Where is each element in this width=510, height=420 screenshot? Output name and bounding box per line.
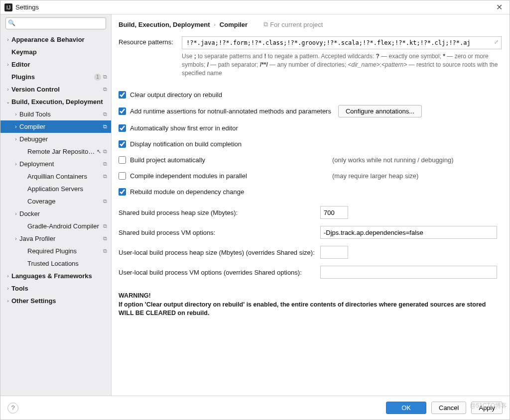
- chevron-icon: ⌄: [4, 99, 11, 105]
- auto-build-label: Build project automatically: [130, 156, 205, 164]
- sidebar-item-required-plugins[interactable]: Required Plugins⧉: [0, 245, 111, 257]
- sidebar-item-java-profiler[interactable]: ›Java Profiler⧉: [0, 232, 111, 245]
- sidebar-item-label: Build, Execution, Deployment: [11, 98, 107, 105]
- sidebar-item-label: Editor: [11, 61, 107, 68]
- copy-icon: ⧉: [103, 223, 107, 229]
- chevron-icon: ›: [12, 236, 19, 241]
- sidebar-item-label: Languages & Frameworks: [11, 272, 107, 280]
- build-notification-checkbox[interactable]: [119, 140, 126, 148]
- chevron-icon: ›: [12, 211, 19, 216]
- sidebar-item-label: Other Settings: [11, 297, 107, 305]
- parallel-compile-checkbox[interactable]: [119, 172, 126, 180]
- ok-button[interactable]: OK: [386, 402, 426, 414]
- clear-output-checkbox[interactable]: [119, 91, 126, 99]
- first-error-label: Automatically show first error in editor: [130, 124, 238, 132]
- auto-build-note: (only works while not running / debuggin…: [332, 156, 454, 164]
- sidebar-item-remote-jar-repositories[interactable]: Remote Jar Repositories↖⧉: [0, 145, 111, 158]
- sidebar-item-docker[interactable]: ›Docker: [0, 208, 111, 220]
- footer: ? OK Cancel Apply: [0, 396, 510, 420]
- copy-icon: ⧉: [103, 123, 107, 130]
- chevron-icon: ›: [4, 87, 11, 92]
- auto-build-checkbox[interactable]: [119, 156, 126, 164]
- sidebar-item-other-settings[interactable]: ›Other Settings: [0, 295, 111, 307]
- chevron-right-icon: ›: [214, 22, 215, 27]
- chevron-icon: ›: [4, 62, 11, 67]
- configure-annotations-button[interactable]: Configure annotations...: [338, 105, 422, 117]
- runtime-assertions-checkbox[interactable]: [119, 107, 126, 115]
- parallel-compile-note: (may require larger heap size): [332, 172, 418, 180]
- sidebar-item-debugger[interactable]: ›Debugger: [0, 133, 111, 145]
- sidebar-item-label: Gradle-Android Compiler: [27, 222, 101, 230]
- copy-icon: ⧉: [103, 235, 107, 242]
- sidebar-item-appearance-behavior[interactable]: ›Appearance & Behavior: [0, 33, 111, 46]
- user-vm-input[interactable]: [320, 266, 497, 279]
- shared-vm-input[interactable]: [320, 226, 497, 239]
- chevron-icon: ›: [4, 37, 11, 42]
- warning-title: WARNING!: [119, 292, 502, 301]
- search-input[interactable]: [5, 17, 106, 29]
- scope-label: ⧉ For current project: [263, 20, 323, 28]
- cursor-icon: ↖: [97, 148, 101, 155]
- sidebar-item-label: Required Plugins: [27, 247, 101, 255]
- rebuild-dependency-label: Rebuild module on dependency change: [130, 188, 244, 196]
- sidebar-item-compiler[interactable]: ›Compiler⧉: [0, 120, 111, 133]
- sidebar-item-label: Trusted Locations: [27, 260, 107, 267]
- help-icon[interactable]: ?: [7, 403, 18, 414]
- search-box: 🔍: [5, 17, 106, 29]
- chevron-icon: ›: [4, 273, 11, 279]
- apply-button[interactable]: Apply: [471, 402, 503, 414]
- sidebar-item-label: Remote Jar Repositories: [27, 148, 97, 155]
- parallel-compile-label: Compile independent modules in parallel: [130, 172, 247, 180]
- sidebar-item-arquillian-containers[interactable]: Arquillian Containers⧉: [0, 170, 111, 183]
- sidebar-item-label: Build Tools: [19, 110, 101, 118]
- copy-icon: ⧉: [103, 148, 107, 155]
- content-panel: Build, Execution, Deployment › Compiler …: [112, 14, 510, 396]
- sidebar-item-label: Application Servers: [27, 185, 107, 193]
- shared-heap-input[interactable]: [320, 206, 348, 219]
- sidebar-item-languages-frameworks[interactable]: ›Languages & Frameworks: [0, 270, 111, 282]
- sidebar-item-gradle-android-compiler[interactable]: Gradle-Android Compiler⧉: [0, 220, 111, 232]
- chevron-icon: ›: [12, 111, 19, 117]
- expand-icon[interactable]: ⤢: [494, 39, 499, 45]
- warning-body: If option 'Clear output directory on reb…: [119, 301, 502, 318]
- badge: 1: [94, 74, 101, 81]
- sidebar-item-label: Coverage: [27, 198, 101, 205]
- sidebar-item-label: Java Profiler: [19, 235, 101, 242]
- breadcrumb-seg-1[interactable]: Build, Execution, Deployment: [119, 21, 210, 28]
- user-heap-label: User-local build process heap size (Mbyt…: [119, 249, 320, 256]
- copy-icon: ⧉: [103, 248, 107, 254]
- resource-patterns-hint: Use ; to separate patterns and ! to nega…: [182, 52, 502, 77]
- breadcrumb-seg-2: Compiler: [220, 21, 248, 28]
- sidebar-item-keymap[interactable]: Keymap: [0, 46, 111, 58]
- sidebar-item-label: Plugins: [11, 73, 92, 81]
- sidebar-item-build-execution-deployment[interactable]: ⌄Build, Execution, Deployment: [0, 96, 111, 108]
- sidebar-item-label: Compiler: [19, 123, 101, 130]
- copy-icon: ⧉: [103, 173, 107, 180]
- copy-icon: ⧉: [103, 198, 107, 205]
- build-notification-label: Display notification on build completion: [130, 140, 242, 148]
- resource-patterns-input[interactable]: [182, 36, 502, 49]
- copy-icon: ⧉: [103, 161, 107, 167]
- sidebar-item-plugins[interactable]: Plugins1⧉: [0, 71, 111, 83]
- sidebar-item-trusted-locations[interactable]: Trusted Locations: [0, 257, 111, 270]
- user-heap-input[interactable]: [320, 246, 348, 259]
- close-icon[interactable]: ✕: [493, 2, 506, 12]
- sidebar-item-application-servers[interactable]: Application Servers: [0, 183, 111, 195]
- shared-heap-label: Shared build process heap size (Mbytes):: [119, 209, 320, 216]
- sidebar-item-tools[interactable]: ›Tools: [0, 282, 111, 295]
- sidebar-item-label: Docker: [19, 210, 107, 217]
- sidebar-item-build-tools[interactable]: ›Build Tools⧉: [0, 108, 111, 120]
- sidebar-item-label: Deployment: [19, 160, 101, 168]
- cancel-button[interactable]: Cancel: [431, 402, 466, 414]
- breadcrumb: Build, Execution, Deployment › Compiler …: [119, 20, 502, 28]
- rebuild-dependency-checkbox[interactable]: [119, 188, 126, 196]
- sidebar-item-deployment[interactable]: ›Deployment⧉: [0, 158, 111, 170]
- sidebar-item-version-control[interactable]: ›Version Control⧉: [0, 83, 111, 96]
- chevron-icon: ›: [4, 298, 11, 304]
- sidebar-item-label: Debugger: [19, 135, 107, 143]
- sidebar-item-editor[interactable]: ›Editor: [0, 58, 111, 71]
- sidebar-item-coverage[interactable]: Coverage⧉: [0, 195, 111, 208]
- first-error-checkbox[interactable]: [119, 124, 126, 132]
- titlebar: IJ Settings ✕: [0, 0, 510, 14]
- chevron-icon: ›: [12, 161, 19, 167]
